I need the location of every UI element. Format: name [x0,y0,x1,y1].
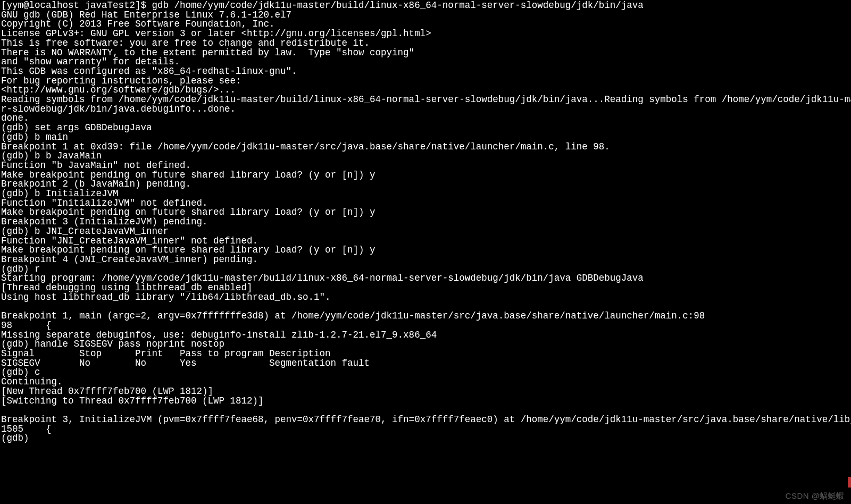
terminal-line: 1505 { [1,425,850,434]
terminal-line: Breakpoint 3, InitializeJVM (pvm=0x7ffff… [1,415,850,425]
terminal-line: 98 { [1,321,850,331]
terminal-line: r-slowdebug/jdk/bin/java.debuginfo...don… [1,105,850,114]
terminal-line: (gdb) c [1,368,850,377]
terminal-output[interactable]: [yym@localhost javaTest2]$ gdb /home/yym… [0,0,851,444]
terminal-line: (gdb) set args GDBDebugJava [1,123,850,133]
terminal-line: Function "b JavaMain" not defined. [1,161,850,171]
terminal-line: [Switching to Thread 0x7ffff7feb700 (LWP… [1,397,850,406]
terminal-line: (gdb) [1,434,850,443]
terminal-line: Breakpoint 1 at 0xd39: file /home/yym/co… [1,142,850,152]
terminal-line: This is free software: you are free to c… [1,39,850,48]
terminal-line: Breakpoint 1, main (argc=2, argv=0x7ffff… [1,312,850,321]
watermark-text: CSDN @蜗蜓蝦 [786,491,845,501]
terminal-line: [New Thread 0x7ffff7feb700 (LWP 1812)] [1,387,850,397]
terminal-line: Using host libthread_db library "/lib64/… [1,293,850,303]
terminal-line: SIGSEGV No No Yes Segmentation fault [1,359,850,368]
terminal-line: This GDB was configured as "x86_64-redha… [1,67,850,77]
terminal-line: (gdb) b main [1,133,850,142]
terminal-line: Breakpoint 2 (b JavaMain) pending. [1,180,850,189]
right-edge-marker [848,477,851,488]
terminal-line: (gdb) b JNI_CreateJavaVM_inner [1,227,850,237]
terminal-line: Breakpoint 4 (JNI_CreateJavaVM_inner) pe… [1,255,850,265]
